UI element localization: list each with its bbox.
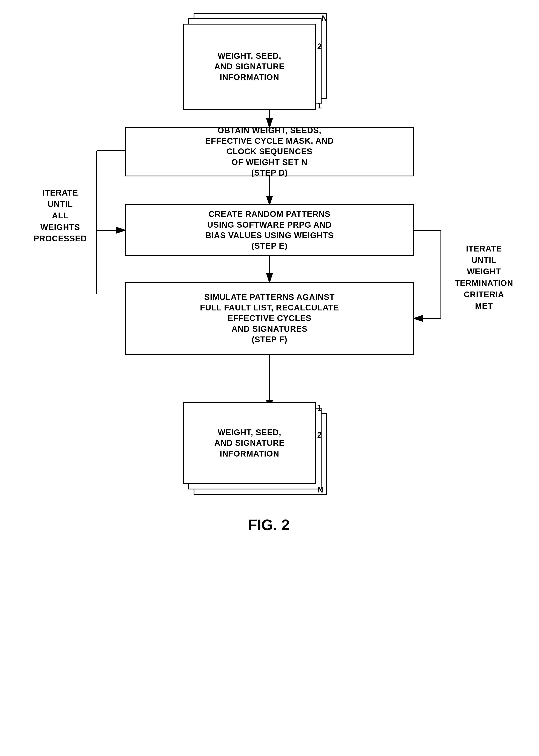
top-doc-label-n: N — [322, 14, 327, 23]
top-doc-label-2: 2 — [317, 42, 322, 51]
step-d-line5: (STEP D) — [205, 168, 334, 178]
step-d-box: OBTAIN WEIGHT, SEEDS, EFFECTIVE CYCLE MA… — [125, 127, 414, 176]
step-f-line1: SIMULATE PATTERNS AGAINST — [200, 292, 339, 302]
step-e-line3: BIAS VALUES USING WEIGHTS — [205, 230, 334, 241]
bottom-doc-main: WEIGHT, SEED, AND SIGNATURE INFORMATION — [183, 402, 316, 484]
bottom-doc-label-2: 2 — [317, 430, 322, 440]
step-e-line2: USING SOFTWARE PRPG AND — [205, 220, 334, 230]
step-f-line3: EFFECTIVE CYCLES — [200, 313, 339, 324]
right-iterate-label: ITERATE UNTIL WEIGHT TERMINATION CRITERI… — [445, 243, 523, 312]
step-f-line4: AND SIGNATURES — [200, 324, 339, 334]
bottom-doc-label-n: N — [317, 485, 323, 494]
left-iterate-label: ITERATE UNTIL ALL WEIGHTS PROCESSED — [30, 187, 90, 244]
step-d-line4: OF WEIGHT SET N — [205, 157, 334, 168]
step-e-box: CREATE RANDOM PATTERNS USING SOFTWARE PR… — [125, 205, 414, 256]
step-d-line2: EFFECTIVE CYCLE MASK, AND — [205, 136, 334, 146]
step-f-line2: FULL FAULT LIST, RECALCULATE — [200, 302, 339, 313]
top-doc-label-1: 1 — [317, 101, 322, 110]
figure-label: FIG. 2 — [193, 516, 344, 534]
step-d-line1: OBTAIN WEIGHT, SEEDS, — [205, 125, 334, 136]
step-e-line1: CREATE RANDOM PATTERNS — [205, 209, 334, 219]
step-f-line5: (STEP F) — [200, 334, 339, 345]
step-d-line3: CLOCK SEQUENCES — [205, 146, 334, 157]
step-f-box: SIMULATE PATTERNS AGAINST FULL FAULT LIS… — [125, 282, 414, 355]
bottom-doc-label-1: 1 — [317, 403, 322, 413]
step-e-line4: (STEP E) — [205, 241, 334, 251]
top-doc-main: WEIGHT, SEED, AND SIGNATURE INFORMATION — [183, 24, 316, 110]
